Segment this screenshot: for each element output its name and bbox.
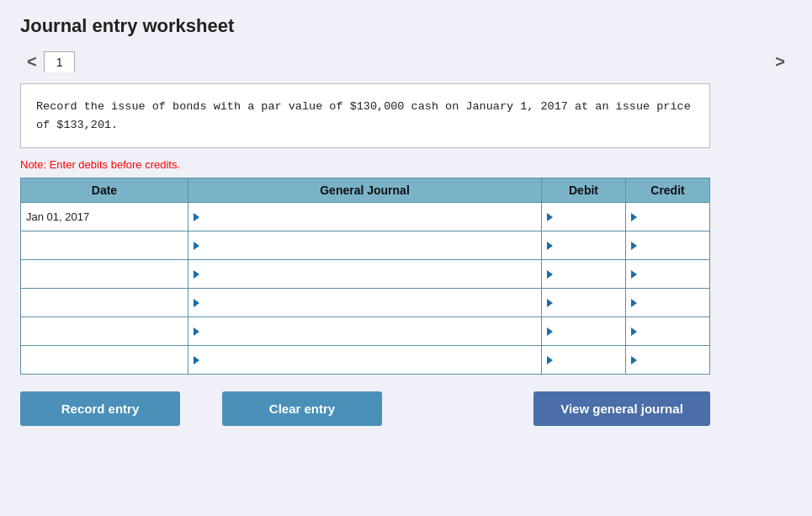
credit-tri-icon-4 bbox=[631, 327, 637, 336]
table-row bbox=[21, 260, 710, 289]
debit-cell-0[interactable] bbox=[542, 203, 626, 231]
date-cell-3 bbox=[21, 289, 188, 317]
debit-input-3[interactable] bbox=[556, 296, 620, 309]
debit-input-0[interactable] bbox=[556, 210, 620, 223]
page-title: Journal entry worksheet bbox=[20, 15, 792, 37]
journal-cell-4[interactable] bbox=[188, 317, 542, 346]
date-cell-0: Jan 01, 2017 bbox=[21, 203, 188, 231]
table-row: Jan 01, 2017 bbox=[21, 203, 710, 231]
table-row bbox=[21, 346, 710, 375]
col-date: Date bbox=[21, 178, 188, 203]
credit-input-2[interactable] bbox=[640, 268, 704, 280]
debit-input-2[interactable] bbox=[556, 268, 620, 280]
journal-cell-0[interactable] bbox=[188, 203, 542, 231]
credit-cell-0[interactable] bbox=[626, 203, 710, 231]
date-cell-1 bbox=[21, 231, 188, 260]
credit-input-5[interactable] bbox=[640, 354, 704, 366]
nav-right-arrow[interactable]: > bbox=[768, 49, 792, 75]
debit-tri-icon-0 bbox=[547, 213, 553, 221]
journal-table: Date General Journal Debit Credit Jan 01… bbox=[20, 178, 710, 375]
tab-number: 1 bbox=[44, 51, 76, 72]
debit-tri-icon-4 bbox=[547, 327, 553, 336]
col-general-journal: General Journal bbox=[188, 178, 542, 203]
journal-input-2[interactable] bbox=[203, 268, 536, 280]
credit-cell-5[interactable] bbox=[626, 346, 710, 375]
note-text: Note: Enter debits before credits. bbox=[20, 158, 792, 171]
journal-cell-1[interactable] bbox=[188, 231, 542, 260]
debit-input-1[interactable] bbox=[556, 239, 620, 252]
debit-cell-3[interactable] bbox=[542, 289, 626, 317]
journal-tri-icon-0 bbox=[194, 213, 199, 221]
journal-cell-2[interactable] bbox=[188, 260, 542, 289]
record-entry-button[interactable]: Record entry bbox=[20, 391, 180, 426]
debit-tri-icon-2 bbox=[547, 270, 553, 279]
journal-input-1[interactable] bbox=[203, 239, 536, 252]
journal-cell-5[interactable] bbox=[188, 346, 542, 375]
debit-cell-2[interactable] bbox=[542, 260, 626, 289]
debit-input-4[interactable] bbox=[556, 325, 620, 338]
credit-cell-2[interactable] bbox=[626, 260, 710, 289]
credit-cell-3[interactable] bbox=[626, 289, 710, 317]
credit-input-3[interactable] bbox=[640, 296, 704, 309]
journal-input-5[interactable] bbox=[203, 354, 536, 366]
credit-tri-icon-1 bbox=[631, 242, 637, 250]
col-credit: Credit bbox=[626, 178, 710, 203]
clear-entry-button[interactable]: Clear entry bbox=[222, 391, 382, 426]
view-general-journal-button[interactable]: View general journal bbox=[533, 391, 710, 426]
debit-cell-5[interactable] bbox=[542, 346, 626, 375]
date-cell-5 bbox=[21, 346, 188, 375]
table-row bbox=[21, 289, 710, 317]
debit-cell-4[interactable] bbox=[542, 317, 626, 346]
nav-left-arrow[interactable]: < bbox=[20, 49, 44, 75]
col-debit: Debit bbox=[542, 178, 626, 203]
credit-input-1[interactable] bbox=[640, 239, 704, 252]
instruction-box: Record the issue of bonds with a par val… bbox=[20, 83, 710, 148]
credit-tri-icon-3 bbox=[631, 299, 637, 307]
debit-tri-icon-1 bbox=[547, 242, 553, 250]
journal-tri-icon-5 bbox=[194, 356, 199, 364]
credit-cell-4[interactable] bbox=[626, 317, 710, 346]
credit-tri-icon-0 bbox=[631, 213, 637, 221]
debit-tri-icon-3 bbox=[547, 299, 553, 307]
table-row bbox=[21, 317, 710, 346]
table-row bbox=[21, 231, 710, 260]
debit-tri-icon-5 bbox=[547, 356, 553, 364]
date-cell-2 bbox=[21, 260, 188, 289]
credit-tri-icon-2 bbox=[631, 270, 637, 279]
journal-cell-3[interactable] bbox=[188, 289, 542, 317]
credit-input-0[interactable] bbox=[640, 210, 704, 223]
journal-input-0[interactable] bbox=[203, 210, 536, 223]
debit-input-5[interactable] bbox=[556, 354, 620, 366]
credit-input-4[interactable] bbox=[640, 325, 704, 338]
journal-input-3[interactable] bbox=[203, 296, 536, 309]
journal-tri-icon-4 bbox=[194, 327, 199, 336]
journal-tri-icon-1 bbox=[194, 242, 199, 250]
date-cell-4 bbox=[21, 317, 188, 346]
credit-tri-icon-5 bbox=[631, 356, 637, 364]
journal-tri-icon-3 bbox=[194, 299, 199, 307]
credit-cell-1[interactable] bbox=[626, 231, 710, 260]
journal-tri-icon-2 bbox=[194, 270, 199, 279]
debit-cell-1[interactable] bbox=[542, 231, 626, 260]
buttons-row: Record entry Clear entry View general jo… bbox=[20, 391, 710, 426]
instruction-text: Record the issue of bonds with a par val… bbox=[36, 100, 691, 131]
journal-input-4[interactable] bbox=[203, 325, 536, 338]
